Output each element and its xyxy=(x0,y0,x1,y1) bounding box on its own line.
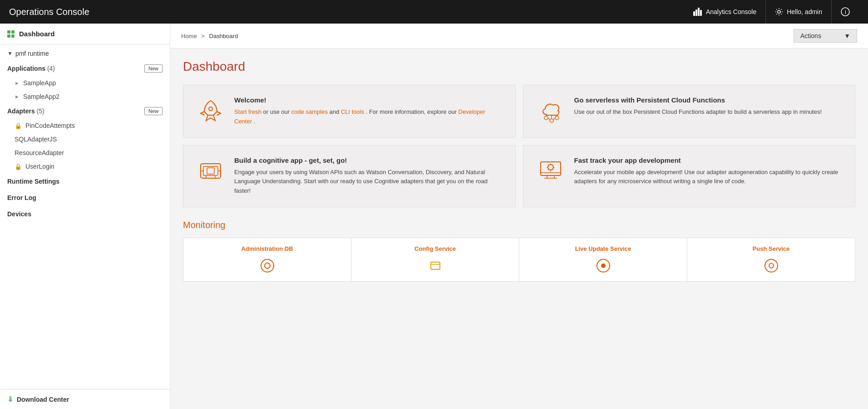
svg-text:i: i xyxy=(845,9,846,15)
svg-point-8 xyxy=(544,116,548,120)
config-service-status-icon xyxy=(427,258,444,274)
breadcrumb-home[interactable]: Home xyxy=(181,33,197,39)
sidebar-applications-header: Applications (4) New xyxy=(0,61,170,76)
analytics-console-label: Analytics Console xyxy=(706,8,756,15)
cognitive-card-body: Build a cognitive app - get, set, go! En… xyxy=(234,156,503,196)
sidebar-item-download-center[interactable]: ⇓ Download Center xyxy=(0,389,170,409)
lock-icon: 🔒 xyxy=(15,163,22,170)
sidebar-adapters-group: Adapters (5) New 🔒 PinCodeAttempts SQLAd… xyxy=(0,103,170,173)
sidebar-runtime-label: pmf runtime xyxy=(15,50,49,57)
push-service-title: Push Service xyxy=(695,245,848,252)
sidebar-download-label: Download Center xyxy=(17,396,69,403)
fasttrack-card-title: Fast track your app development xyxy=(574,156,843,164)
dashboard-grid-icon xyxy=(7,30,15,38)
content-area: Dashboard Welcome! xyxy=(170,49,868,292)
push-service-status-icon xyxy=(763,258,779,274)
sidebar-adapters-header: Adapters (5) New xyxy=(0,103,170,119)
actions-dropdown[interactable]: Actions ▼ xyxy=(794,29,857,43)
serverless-card-body: Go serverless with Persistent Cloud Func… xyxy=(574,96,822,117)
fasttrack-card: Fast track your app development Accelera… xyxy=(523,145,856,207)
cognitive-card-text: Engage your users by using Watson APIs s… xyxy=(234,168,503,196)
gear-icon xyxy=(775,8,783,16)
serverless-card: Go serverless with Persistent Cloud Func… xyxy=(523,85,856,138)
sidebar-item-sampleapp2[interactable]: ► SampleApp2 xyxy=(0,90,170,103)
svg-rect-3 xyxy=(700,10,702,16)
sidebar-item-runtime-settings[interactable]: Runtime Settings xyxy=(0,173,170,190)
monitoring-section: Monitoring Administration DB Config Serv… xyxy=(183,220,855,282)
info-icon: i xyxy=(841,7,850,16)
analytics-icon xyxy=(693,8,702,16)
sidebar-dashboard-label: Dashboard xyxy=(19,30,54,38)
welcome-card-text: Start fresh or use our code samples and … xyxy=(234,107,503,127)
sidebar-item-sqladapterjs[interactable]: SQLAdapterJS xyxy=(0,132,170,146)
sidebar-item-userlogin[interactable]: 🔒 UserLogin xyxy=(0,160,170,173)
admin-db-status-icon xyxy=(259,258,276,274)
admin-db-title: Administration DB xyxy=(191,245,344,252)
serverless-card-title: Go serverless with Persistent Cloud Func… xyxy=(574,96,822,104)
sidebar-item-error-log[interactable]: Error Log xyxy=(0,190,170,206)
live-update-status-icon xyxy=(595,258,612,274)
fasttrack-card-body: Fast track your app development Accelera… xyxy=(574,156,843,187)
sidebar-item-pincodeAttempts[interactable]: 🔒 PinCodeAttempts xyxy=(0,119,170,132)
config-service-title: Config Service xyxy=(359,245,512,252)
monitoring-cards: Administration DB Config Service xyxy=(183,238,855,282)
cognitive-card: Build a cognitive app - get, set, go! En… xyxy=(183,145,516,207)
chevron-down-icon: ▼ xyxy=(844,32,850,39)
svg-line-15 xyxy=(553,118,555,120)
svg-point-31 xyxy=(265,263,270,268)
monitoring-live-update: Live Update Service xyxy=(519,238,687,281)
topbar: Home > Dashboard Actions ▼ xyxy=(170,24,868,49)
analytics-console-button[interactable]: Analytics Console xyxy=(684,0,765,24)
user-label: Hello, admin xyxy=(787,8,822,15)
svg-point-37 xyxy=(769,263,774,268)
svg-rect-0 xyxy=(693,11,695,16)
svg-line-14 xyxy=(548,118,550,120)
svg-point-30 xyxy=(261,259,274,272)
svg-rect-32 xyxy=(431,262,440,269)
chevron-down-icon: ▼ xyxy=(7,50,13,57)
app-title: Operations Console xyxy=(9,7,89,17)
welcome-card-body: Welcome! Start fresh or use our code sam… xyxy=(234,96,503,127)
svg-rect-1 xyxy=(695,10,697,16)
sidebar-applications-group: Applications (4) New ► SampleApp ► Sampl… xyxy=(0,61,170,103)
lock-icon: 🔒 xyxy=(15,122,22,129)
cli-tools-link[interactable]: CLI tools xyxy=(341,108,364,115)
live-update-title: Live Update Service xyxy=(527,245,680,252)
svg-rect-2 xyxy=(698,8,700,16)
cards-grid: Welcome! Start fresh or use our code sam… xyxy=(183,85,855,207)
sidebar-dashboard[interactable]: Dashboard xyxy=(0,24,170,44)
sidebar-item-devices[interactable]: Devices xyxy=(0,206,170,222)
svg-point-36 xyxy=(765,259,778,272)
header: Operations Console Analytics Console Hel… xyxy=(0,0,868,24)
svg-rect-23 xyxy=(207,168,214,174)
user-menu-button[interactable]: Hello, admin xyxy=(765,0,831,24)
sidebar-item-sampleapp[interactable]: ► SampleApp xyxy=(0,76,170,90)
monitoring-push-service: Push Service xyxy=(687,238,855,281)
sidebar-adapters-title: Adapters (5) xyxy=(7,107,44,115)
svg-point-7 xyxy=(209,107,212,111)
monitoring-admin-db: Administration DB xyxy=(183,238,351,281)
cognitive-card-title: Build a cognitive app - get, set, go! xyxy=(234,156,503,164)
actions-label: Actions xyxy=(800,32,821,39)
header-actions: Analytics Console Hello, admin i xyxy=(684,0,859,24)
sidebar: Dashboard ▼ pmf runtime Applications (4)… xyxy=(0,24,170,409)
welcome-card: Welcome! Start fresh or use our code sam… xyxy=(183,85,516,138)
watson-icon xyxy=(196,156,225,185)
monitoring-config-service: Config Service xyxy=(351,238,519,281)
welcome-card-title: Welcome! xyxy=(234,96,503,104)
svg-point-35 xyxy=(601,263,606,268)
code-samples-link[interactable]: code samples xyxy=(291,108,328,115)
rocket-icon xyxy=(196,96,225,125)
start-fresh-link[interactable]: Start fresh xyxy=(234,108,261,115)
adapters-new-badge[interactable]: New xyxy=(144,107,163,115)
chevron-right-icon: ► xyxy=(15,80,20,86)
chevron-right-icon: ► xyxy=(15,94,20,99)
sidebar-item-resourceadapter[interactable]: ResourceAdapter xyxy=(0,146,170,160)
info-button[interactable]: i xyxy=(831,0,859,24)
svg-point-9 xyxy=(550,119,553,122)
gear-monitor-icon xyxy=(536,156,565,185)
svg-point-4 xyxy=(778,10,780,13)
sidebar-runtime-header[interactable]: ▼ pmf runtime xyxy=(0,44,170,61)
cloud-icon xyxy=(536,96,565,125)
applications-new-badge[interactable]: New xyxy=(144,64,163,73)
